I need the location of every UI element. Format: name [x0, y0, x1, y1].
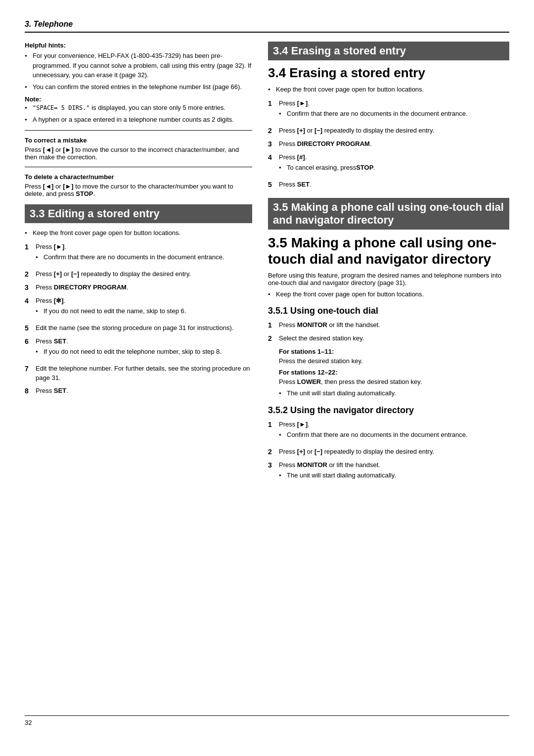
section-34-steps: 1 Press [►]. Confirm that there are no d…	[268, 98, 509, 190]
section-352: 3.5.2 Using the navigator directory 1 Pr…	[268, 405, 509, 484]
step-34-1: 1 Press [►]. Confirm that there are no d…	[268, 98, 509, 123]
section-33-intro: Keep the front cover page open for butto…	[25, 228, 252, 238]
step-34-4: 4 Press [#]. To cancel erasing, press ST…	[268, 152, 509, 177]
helpful-hint-1: For your convenience, HELP-FAX (1-800-43…	[25, 51, 252, 80]
step-351-2: 2 Select the desired station key.	[268, 333, 509, 344]
section-34-intro: Keep the front cover page open for butto…	[268, 85, 509, 94]
step-351-1: 1 Press MONITOR or lift the handset.	[268, 320, 509, 331]
step-33-1-sub: Confirm that there are no documents in t…	[36, 252, 252, 262]
page: 3. Telephone Helpful hints: For your con…	[0, 0, 534, 756]
step-34-1-sub: Confirm that there are no documents in t…	[279, 109, 509, 119]
for-stations-12-label: For stations 12–22:	[279, 369, 509, 376]
section-35-title: 3.5 Making a phone call using one-touch …	[268, 235, 509, 268]
step-33-5: 5 Edit the name (see the storing procedu…	[25, 323, 252, 333]
divider-2	[25, 167, 252, 167]
step-352-2: 2 Press [+] or [−] repeatedly to display…	[268, 447, 509, 457]
step-33-3: 3 Press DIRECTORY PROGRAM.	[25, 283, 252, 293]
section-352-title: 3.5.2 Using the navigator directory	[268, 405, 509, 416]
step-34-3: 3 Press DIRECTORY PROGRAM.	[268, 139, 509, 149]
to-correct-text: Press [◄] or [►] to move the cursor to t…	[25, 146, 252, 161]
section-351-steps: 1 Press MONITOR or lift the handset. 2 S…	[268, 320, 509, 344]
section-33-steps: 1 Press [►]. Confirm that there are no d…	[25, 242, 252, 396]
step-352-1: 1 Press [►]. Confirm that there are no d…	[268, 420, 509, 444]
for-stations-12-text: Press LOWER, then press the desired stat…	[279, 378, 509, 385]
left-column: Helpful hints: For your convenience, HEL…	[25, 42, 252, 701]
section-35-bar: 3.5 Making a phone call using one-touch …	[268, 198, 509, 230]
page-header: 3. Telephone	[25, 20, 509, 33]
step-33-7: 7 Edit the telephone number. For further…	[25, 364, 252, 383]
section-33-bar-label: 3.3 Editing a stored entry	[30, 207, 160, 220]
right-column: 3.4 Erasing a stored entry 3.4 Erasing a…	[268, 42, 509, 701]
section-35-intro-bullets: Keep the front cover page open for butto…	[268, 289, 509, 299]
section-34: 3.4 Erasing a stored entry 3.4 Erasing a…	[268, 42, 509, 190]
helpful-hints-section: Helpful hints: For your convenience, HEL…	[25, 42, 252, 92]
stations-subsection: For stations 1–11: Press the desired sta…	[268, 348, 509, 398]
section-35: 3.5 Making a phone call using one-touch …	[268, 198, 509, 484]
step-34-5: 5 Press SET.	[268, 180, 509, 190]
auto-dial-bullet: The unit will start dialing automaticall…	[279, 388, 509, 398]
to-delete-section: To delete a character/number Press [◄] o…	[25, 173, 252, 197]
note-2: A hyphen or a space entered in a telepho…	[25, 115, 252, 125]
section-33-bar: 3.3 Editing a stored entry	[25, 204, 252, 223]
step-33-1: 1 Press [►]. Confirm that there are no d…	[25, 242, 252, 266]
step-352-1-sub: Confirm that there are no documents in t…	[279, 430, 509, 440]
section-34-bar: 3.4 Erasing a stored entry	[268, 42, 509, 60]
section-33: 3.3 Editing a stored entry Keep the fron…	[25, 204, 252, 396]
section-35-intro: Before using this feature, program the d…	[268, 272, 509, 286]
to-correct-section: To correct a mistake Press [◄] or [►] to…	[25, 137, 252, 161]
section-34-intro-list: Keep the front cover page open for butto…	[268, 85, 509, 94]
to-delete-text: Press [◄] or [►] to move the cursor to t…	[25, 183, 252, 197]
section-351: 3.5.1 Using one-touch dial 1 Press MONIT…	[268, 306, 509, 398]
step-352-3: 3 Press MONITOR or lift the handset. The…	[268, 460, 509, 484]
helpful-hints-list: For your convenience, HELP-FAX (1-800-43…	[25, 51, 252, 92]
step-33-8: 8 Press SET.	[25, 386, 252, 396]
step-33-4-sub: If you do not need to edit the name, ski…	[36, 306, 252, 316]
section-352-steps: 1 Press [►]. Confirm that there are no d…	[268, 420, 509, 484]
section-35-bar-label: 3.5 Making a phone call using one-touch …	[273, 201, 504, 226]
auto-dial-list: The unit will start dialing automaticall…	[279, 388, 509, 398]
step-33-6: 6 Press SET. If you do not need to edit …	[25, 336, 252, 361]
note-section: Note: "SPACE= 5 DIRS." is displayed, you…	[25, 95, 252, 124]
helpful-hints-label: Helpful hints:	[25, 42, 252, 49]
step-33-6-sub: If you do not need to edit the telephone…	[36, 347, 252, 357]
step-352-3-sub: The unit will start dialing automaticall…	[279, 471, 509, 480]
section-33-intro-list: Keep the front cover page open for butto…	[25, 228, 252, 238]
step-34-4-sub: To cancel erasing, press STOP.	[279, 163, 509, 173]
section-34-title: 3.4 Erasing a stored entry	[268, 65, 509, 81]
helpful-hint-2: You can confirm the stored entries in th…	[25, 82, 252, 92]
section-35-intro-bullet: Keep the front cover page open for butto…	[268, 289, 509, 299]
section-34-bar-label: 3.4 Erasing a stored entry	[273, 45, 406, 57]
two-col-layout: Helpful hints: For your convenience, HEL…	[25, 42, 509, 701]
divider-1	[25, 130, 252, 131]
for-stations-1-text: Press the desired station key.	[279, 357, 509, 365]
section-351-title: 3.5.1 Using one-touch dial	[268, 306, 509, 316]
step-34-2: 2 Press [+] or [−] repeatedly to display…	[268, 126, 509, 136]
to-delete-label: To delete a character/number	[25, 173, 252, 181]
step-33-4: 4 Press [✻]. If you do not need to edit …	[25, 296, 252, 320]
notes-list: "SPACE= 5 DIRS." is displayed, you can s…	[25, 103, 252, 124]
note-1: "SPACE= 5 DIRS." is displayed, you can s…	[25, 103, 252, 113]
page-number: 32	[25, 719, 32, 726]
page-header-title: 3. Telephone	[25, 20, 73, 28]
page-footer: 32	[25, 715, 509, 726]
step-33-2: 2 Press [+] or [−] repeatedly to display…	[25, 269, 252, 280]
to-correct-label: To correct a mistake	[25, 137, 252, 144]
note-label: Note:	[25, 95, 41, 103]
for-stations-1-label: For stations 1–11:	[279, 348, 509, 355]
